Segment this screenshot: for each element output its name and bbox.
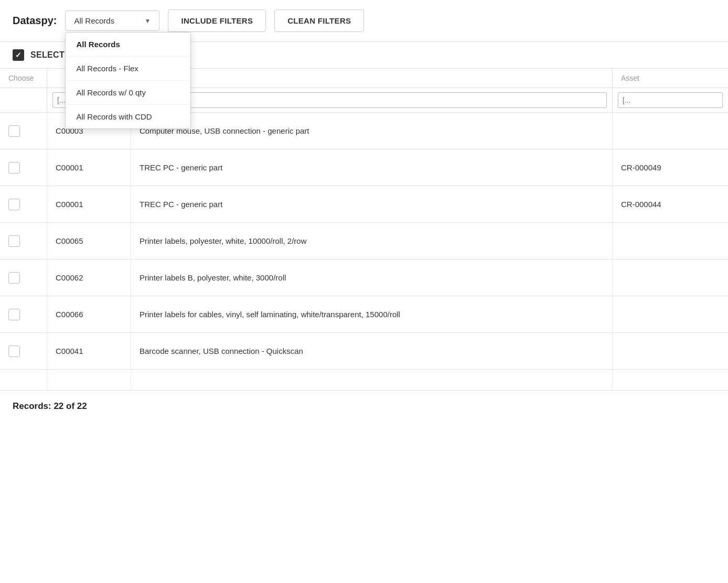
checkmark-icon: ✓ bbox=[15, 51, 22, 59]
cell-asset bbox=[613, 223, 728, 259]
row-checkbox[interactable] bbox=[8, 162, 20, 174]
cell-asset bbox=[613, 113, 728, 149]
chevron-down-icon: ▼ bbox=[145, 17, 151, 25]
table-row: C00062 Printer labels B, polyester, whit… bbox=[0, 260, 728, 296]
cell-empty bbox=[0, 370, 47, 390]
col-header-choose: Choose bbox=[0, 69, 47, 88]
dropdown-item-all-records[interactable]: All Records bbox=[66, 33, 190, 57]
cell-description: Printer labels, polyester, white, 10000/… bbox=[131, 223, 613, 259]
cell-part: C00001 bbox=[47, 186, 131, 222]
cell-checkbox[interactable] bbox=[0, 113, 47, 149]
record-type-dropdown-menu: All Records All Records - Flex All Recor… bbox=[65, 32, 191, 129]
col-header-asset: Asset bbox=[613, 69, 728, 88]
filter-input-description[interactable] bbox=[136, 92, 607, 108]
table-body: C00003 Computer mouse, USB connection - … bbox=[0, 113, 728, 391]
clean-filters-button[interactable]: CLEAN FILTERS bbox=[274, 9, 364, 32]
filter-cell-asset[interactable] bbox=[613, 88, 728, 112]
cell-asset: CR-000044 bbox=[613, 186, 728, 222]
cell-empty bbox=[613, 370, 728, 390]
filter-cell-description[interactable] bbox=[131, 88, 613, 112]
records-footer: Records: 22 of 22 bbox=[0, 391, 728, 422]
cell-asset bbox=[613, 333, 728, 369]
app-label: Dataspy: bbox=[13, 15, 57, 27]
col-header-description: tion bbox=[131, 69, 613, 88]
cell-description: Printer labels B, polyester, white, 3000… bbox=[131, 260, 613, 296]
dropdown-selected-value: All Records bbox=[74, 16, 114, 25]
cell-part: C00065 bbox=[47, 223, 131, 259]
table-row-empty bbox=[0, 370, 728, 391]
cell-description: TREC PC - generic part bbox=[131, 186, 613, 222]
table-row: C00001 TREC PC - generic part CR-000044 bbox=[0, 186, 728, 223]
cell-checkbox[interactable] bbox=[0, 333, 47, 369]
filter-cell-checkbox bbox=[0, 88, 47, 112]
record-type-dropdown-trigger[interactable]: All Records ▼ bbox=[65, 10, 159, 31]
dropdown-item-all-records-flex[interactable]: All Records - Flex bbox=[66, 57, 190, 81]
select-all-checkbox[interactable]: ✓ bbox=[13, 49, 24, 61]
cell-asset bbox=[613, 296, 728, 332]
row-checkbox[interactable] bbox=[8, 199, 20, 210]
cell-part: C00001 bbox=[47, 149, 131, 186]
include-filters-button[interactable]: INCLUDE FILTERS bbox=[168, 9, 266, 32]
table-row: C00066 Printer labels for cables, vinyl,… bbox=[0, 296, 728, 333]
row-checkbox[interactable] bbox=[8, 272, 20, 284]
cell-asset: CR-000049 bbox=[613, 149, 728, 186]
cell-checkbox[interactable] bbox=[0, 149, 47, 186]
row-checkbox[interactable] bbox=[8, 125, 20, 137]
cell-checkbox[interactable] bbox=[0, 186, 47, 222]
cell-asset bbox=[613, 260, 728, 296]
header: Dataspy: All Records ▼ All Records All R… bbox=[0, 0, 728, 42]
table-row: C00041 Barcode scanner, USB connection -… bbox=[0, 333, 728, 370]
cell-checkbox[interactable] bbox=[0, 223, 47, 259]
cell-description: Computer mouse, USB connection - generic… bbox=[131, 113, 613, 149]
cell-part: C00062 bbox=[47, 260, 131, 296]
cell-part: C00041 bbox=[47, 333, 131, 369]
row-checkbox[interactable] bbox=[8, 309, 20, 320]
records-count-label: Records: 22 of 22 bbox=[13, 401, 87, 411]
dropdown-item-all-records-0qty[interactable]: All Records w/ 0 qty bbox=[66, 81, 190, 105]
record-type-dropdown-wrapper[interactable]: All Records ▼ All Records All Records - … bbox=[65, 10, 159, 31]
filter-input-asset[interactable] bbox=[618, 92, 723, 108]
table-row: C00001 TREC PC - generic part CR-000049 bbox=[0, 149, 728, 186]
cell-description: TREC PC - generic part bbox=[131, 149, 613, 186]
table-row: C00065 Printer labels, polyester, white,… bbox=[0, 223, 728, 260]
row-checkbox[interactable] bbox=[8, 346, 20, 357]
dropdown-item-all-records-cdd[interactable]: All Records with CDD bbox=[66, 105, 190, 128]
row-checkbox[interactable] bbox=[8, 235, 20, 247]
cell-empty bbox=[131, 370, 613, 390]
cell-part: C00066 bbox=[47, 296, 131, 332]
cell-checkbox[interactable] bbox=[0, 260, 47, 296]
cell-empty bbox=[47, 370, 131, 390]
cell-description: Barcode scanner, USB connection - Quicks… bbox=[131, 333, 613, 369]
cell-description: Printer labels for cables, vinyl, self l… bbox=[131, 296, 613, 332]
cell-checkbox[interactable] bbox=[0, 296, 47, 332]
